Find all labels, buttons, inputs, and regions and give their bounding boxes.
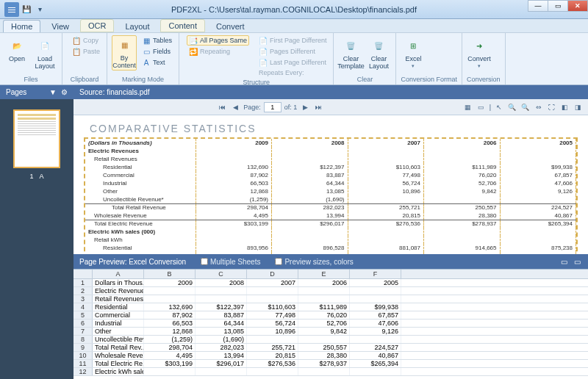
pages-panel: Pages ▼⚙ 1A [0,85,74,379]
group-clear: 🗑️Clear Template 🗑️Clear Layout Clear [334,33,396,84]
tool-icon[interactable]: ◨ [573,102,584,112]
window-title: PDF2XL - C:\Users\tal.rayman.COGNILOCAL\… [171,5,417,14]
col-header[interactable]: B [144,270,196,278]
group-conversion-format: ⊞Excel▾ Conversion Format [396,33,462,84]
table-row[interactable]: 9Total Retail Rev...298,704282,023255,72… [74,344,588,352]
by-content-button[interactable]: ▦By Content [112,35,137,71]
tool-generic-icon[interactable]: ▦ [463,102,473,112]
table-row[interactable]: 11Total Electric Re...$303,199$296,017$2… [74,360,588,368]
fields-button[interactable]: ▭Fields [140,46,174,57]
preview-tool-icon[interactable]: ▭ [572,256,582,267]
doc-table: (Dollars in Thousands)200920082007200620… [84,137,578,254]
pointer-icon[interactable]: ↖ [494,102,504,112]
thumb-label: 1A [29,173,43,180]
tab-layout[interactable]: Layout [117,20,157,32]
minimize-button[interactable]: — [528,0,548,12]
page-input[interactable] [264,102,282,112]
table-row[interactable]: 6Industrial66,50364,34456,72452,70647,60… [74,320,588,328]
tool-icon[interactable]: ◧ [560,102,570,112]
col-header[interactable]: A [93,270,144,278]
filter-icon[interactable]: ▼ [49,88,57,96]
zoom-in-icon[interactable]: 🔍 [520,102,531,112]
all-pages-same-button[interactable]: 📑All Pages Same [187,35,249,46]
table-row[interactable]: 7Other12,86813,08510,8969,8429,126 [74,328,588,336]
tool-generic-icon[interactable]: ▭ [476,102,487,112]
prev-page-icon[interactable]: ◀ [230,102,240,112]
table-row[interactable]: 3Retail Revenues [74,295,588,303]
maximize-button[interactable]: ▭ [548,0,568,12]
quick-save-icon[interactable]: 💾 [21,4,32,15]
source-header: Source: financials.pdf [74,85,588,99]
fit-page-icon[interactable]: ⛶ [547,102,557,112]
table-row[interactable]: 8Uncollectible Rev...(1,259)(1,690) [74,336,588,344]
table-row[interactable]: 4Residential132,690$122,397$110,603$111,… [74,303,588,311]
preview-tool-icon[interactable]: ▭ [559,256,569,267]
last-page-diff-button[interactable]: 📄Last Page Different [257,57,329,68]
tab-home[interactable]: Home [3,20,40,32]
fit-width-icon[interactable]: ⇔ [534,102,544,112]
title-bar: 💾 ▾ PDF2XL - C:\Users\tal.rayman.COGNILO… [0,0,588,19]
quick-dropdown-icon[interactable]: ▾ [34,4,46,15]
zoom-out-icon[interactable]: 🔍 [507,102,517,112]
group-files: 📂Open 📄Load Layout Files [0,33,62,84]
tables-button[interactable]: ▦Tables [140,35,174,46]
table-row[interactable]: 1Dollars in Thous...20092008200720062005 [74,279,588,287]
clear-layout-button[interactable]: 🗑️Clear Layout [366,35,391,71]
tab-view[interactable]: View [43,20,77,32]
group-clipboard: 📋Copy 📋Paste Clipboard [62,33,107,84]
table-row[interactable]: 10Wholesale Reve...4,49513,99420,81528,3… [74,352,588,360]
doc-title: COMPARATIVE STATISTICS [90,123,578,134]
multiple-sheets-check[interactable]: Multiple Sheets [201,258,260,266]
pages-diff-button[interactable]: 📄Pages Different [257,46,329,57]
excel-format-button[interactable]: ⊞Excel▾ [401,35,426,69]
close-button[interactable]: ✕ [567,0,588,12]
first-page-diff-button[interactable]: 📄First Page Different [257,35,329,46]
group-marking-mode: ▦By Content ▦Tables ▭Fields AText Markin… [107,33,179,84]
ribbon: 📂Open 📄Load Layout Files 📋Copy 📋Paste Cl… [0,32,588,85]
excel-preview[interactable]: ABCDEF 1Dollars in Thous...2009200820072… [74,269,588,379]
last-page-icon[interactable]: ⏭ [313,102,323,112]
repeats-every-label: Repeats Every: [257,68,329,77]
col-header[interactable]: E [298,270,350,278]
tab-convert[interactable]: Convert [208,20,253,32]
page-thumbnail[interactable] [13,109,60,168]
load-layout-button[interactable]: 📄Load Layout [32,35,57,71]
document-view[interactable]: COMPARATIVE STATISTICS (Dollars in Thous… [74,115,588,254]
table-row[interactable]: 12Electric kWh sale... [74,368,588,376]
group-conversion: ➜Convert▾ Conversion [462,33,506,84]
tab-ocr[interactable]: OCR [80,19,114,32]
ribbon-tab-strip: Home View OCR Layout Content Convert [0,19,588,32]
text-button[interactable]: AText [140,57,174,68]
first-page-icon[interactable]: ⏮ [217,102,227,112]
paste-button[interactable]: 📋Paste [70,46,102,57]
table-row[interactable]: 5Commercial87,90283,88777,49876,02067,85… [74,311,588,320]
col-header[interactable]: C [196,270,247,278]
doc-toolbar: ⏮ ◀ Page: of: 1 ▶ ⏭ ▦ ▭ | ↖ 🔍 🔍 ⇔ ⛶ ◧ ◨ [74,99,588,115]
group-structure: 📑All Pages Same 🔁Repeating 📄First Page D… [179,33,334,84]
copy-button[interactable]: 📋Copy [70,35,102,46]
col-header[interactable]: D [247,270,298,278]
table-row[interactable]: 2Electric Revenues [74,287,588,295]
preview-sizes-check[interactable]: Preview sizes, colors [275,258,353,266]
tab-content[interactable]: Content [160,19,205,32]
convert-button[interactable]: ➜Convert▾ [467,35,492,69]
open-button[interactable]: 📂Open [4,35,29,71]
pages-header: Pages ▼⚙ [0,85,74,99]
preview-header: Page Preview: Excel Conversion Multiple … [74,254,588,269]
repeating-button[interactable]: 🔁Repeating [187,46,249,57]
clear-template-button[interactable]: 🗑️Clear Template [338,35,363,71]
next-page-icon[interactable]: ▶ [300,102,310,112]
col-header[interactable]: F [350,270,401,278]
app-menu-button[interactable] [4,2,19,17]
settings-icon[interactable]: ⚙ [61,88,68,96]
